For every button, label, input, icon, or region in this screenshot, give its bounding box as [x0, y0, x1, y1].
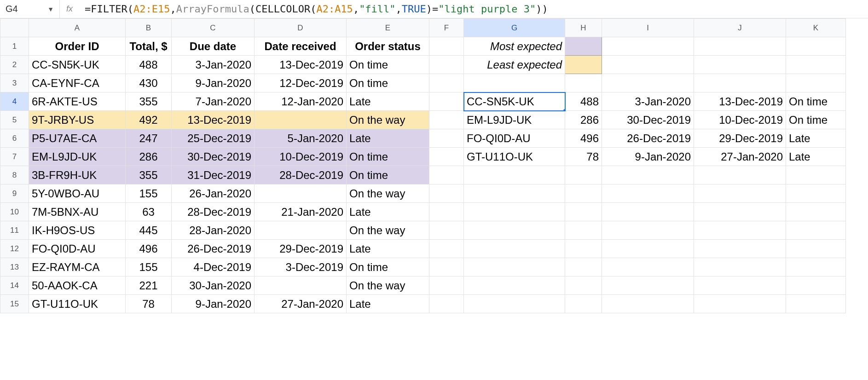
cell-G11[interactable] [464, 221, 565, 240]
cell-B4[interactable]: 355 [126, 92, 172, 111]
cell-K1[interactable] [786, 37, 846, 56]
cell-E11[interactable]: On the way [347, 221, 429, 240]
cell-K3[interactable] [786, 74, 846, 92]
select-all-corner[interactable] [0, 19, 29, 37]
cell-H11[interactable] [565, 221, 602, 240]
formula-input[interactable]: =FILTER(A2:E15,ArrayFormula(CELLCOLOR(A2… [83, 3, 868, 15]
cell-H7[interactable]: 78 [565, 148, 602, 166]
row-header-7[interactable]: 7 [0, 148, 29, 166]
col-header-G[interactable]: G [464, 19, 565, 37]
cell-G7[interactable]: GT-U11O-UK [464, 148, 565, 166]
cell-K2[interactable] [786, 56, 846, 74]
cell-B7[interactable]: 286 [126, 148, 172, 166]
col-header-I[interactable]: I [602, 19, 694, 37]
cell-K4[interactable]: On time [786, 92, 846, 111]
cell-G15[interactable] [464, 295, 565, 313]
cell-A4[interactable]: 6R-AKTE-US [29, 92, 126, 111]
cell-F6[interactable] [429, 129, 464, 148]
cell-A6[interactable]: P5-U7AE-CA [29, 129, 126, 148]
cell-D2[interactable]: 13-Dec-2019 [255, 56, 347, 74]
cell-F7[interactable] [429, 148, 464, 166]
cell-J8[interactable] [694, 166, 786, 184]
cell-G1[interactable]: Most expected [464, 37, 565, 56]
cell-E8[interactable]: On time [347, 166, 429, 184]
cell-G12[interactable] [464, 240, 565, 258]
cell-C13[interactable]: 4-Dec-2019 [172, 258, 255, 276]
cell-E3[interactable]: On time [347, 74, 429, 92]
cell-G14[interactable] [464, 276, 565, 295]
cell-K15[interactable] [786, 295, 846, 313]
cell-J5[interactable]: 10-Dec-2019 [694, 111, 786, 129]
cell-C9[interactable]: 26-Jan-2020 [172, 184, 255, 203]
cell-F8[interactable] [429, 166, 464, 184]
cell-A10[interactable]: 7M-5BNX-AU [29, 203, 126, 221]
cell-A5[interactable]: 9T-JRBY-US [29, 111, 126, 129]
cell-H8[interactable] [565, 166, 602, 184]
cell-K13[interactable] [786, 258, 846, 276]
cell-D3[interactable]: 12-Dec-2019 [255, 74, 347, 92]
cell-G10[interactable] [464, 203, 565, 221]
cell-D8[interactable]: 28-Dec-2019 [255, 166, 347, 184]
row-header-2[interactable]: 2 [0, 56, 29, 74]
col-header-K[interactable]: K [786, 19, 846, 37]
cell-C15[interactable]: 9-Jan-2020 [172, 295, 255, 313]
cell-F14[interactable] [429, 276, 464, 295]
cell-J2[interactable] [694, 56, 786, 74]
cell-F4[interactable] [429, 92, 464, 111]
cell-F1[interactable] [429, 37, 464, 56]
cell-K5[interactable]: On time [786, 111, 846, 129]
cell-F9[interactable] [429, 184, 464, 203]
cell-D11[interactable] [255, 221, 347, 240]
cell-H5[interactable]: 286 [565, 111, 602, 129]
cell-D1[interactable]: Date received [255, 37, 347, 56]
row-header-12[interactable]: 12 [0, 240, 29, 258]
cell-A12[interactable]: FO-QI0D-AU [29, 240, 126, 258]
cell-F5[interactable] [429, 111, 464, 129]
col-header-E[interactable]: E [347, 19, 429, 37]
row-header-11[interactable]: 11 [0, 221, 29, 240]
cell-I5[interactable]: 30-Dec-2019 [602, 111, 694, 129]
cell-I4[interactable]: 3-Jan-2020 [602, 92, 694, 111]
cell-E10[interactable]: Late [347, 203, 429, 221]
cell-H9[interactable] [565, 184, 602, 203]
cell-F11[interactable] [429, 221, 464, 240]
cell-J10[interactable] [694, 203, 786, 221]
cell-G4[interactable]: CC-SN5K-UK [464, 92, 565, 111]
cell-D9[interactable] [255, 184, 347, 203]
cell-B5[interactable]: 492 [126, 111, 172, 129]
cell-E13[interactable]: On time [347, 258, 429, 276]
cell-I11[interactable] [602, 221, 694, 240]
fx-icon[interactable]: fx [60, 0, 83, 18]
cell-E12[interactable]: Late [347, 240, 429, 258]
cell-J7[interactable]: 27-Jan-2020 [694, 148, 786, 166]
cell-C8[interactable]: 31-Dec-2019 [172, 166, 255, 184]
cell-A8[interactable]: 3B-FR9H-UK [29, 166, 126, 184]
cell-I15[interactable] [602, 295, 694, 313]
col-header-A[interactable]: A [29, 19, 126, 37]
cell-J1[interactable] [694, 37, 786, 56]
cell-E14[interactable]: On the way [347, 276, 429, 295]
cell-J3[interactable] [694, 74, 786, 92]
cell-D10[interactable]: 21-Jan-2020 [255, 203, 347, 221]
cell-G13[interactable] [464, 258, 565, 276]
cell-C5[interactable]: 13-Dec-2019 [172, 111, 255, 129]
cell-E9[interactable]: On the way [347, 184, 429, 203]
cell-B9[interactable]: 155 [126, 184, 172, 203]
cell-B2[interactable]: 488 [126, 56, 172, 74]
cell-I6[interactable]: 26-Dec-2019 [602, 129, 694, 148]
cell-G3[interactable] [464, 74, 565, 92]
cell-A7[interactable]: EM-L9JD-UK [29, 148, 126, 166]
cell-C6[interactable]: 25-Dec-2019 [172, 129, 255, 148]
cell-H14[interactable] [565, 276, 602, 295]
cell-C4[interactable]: 7-Jan-2020 [172, 92, 255, 111]
cell-B14[interactable]: 221 [126, 276, 172, 295]
cell-K7[interactable]: Late [786, 148, 846, 166]
name-box[interactable]: G4 ▼ [0, 0, 60, 18]
cell-I8[interactable] [602, 166, 694, 184]
cell-K10[interactable] [786, 203, 846, 221]
cell-I9[interactable] [602, 184, 694, 203]
cell-K14[interactable] [786, 276, 846, 295]
row-header-3[interactable]: 3 [0, 74, 29, 92]
cell-A15[interactable]: GT-U11O-UK [29, 295, 126, 313]
cell-G6[interactable]: FO-QI0D-AU [464, 129, 565, 148]
